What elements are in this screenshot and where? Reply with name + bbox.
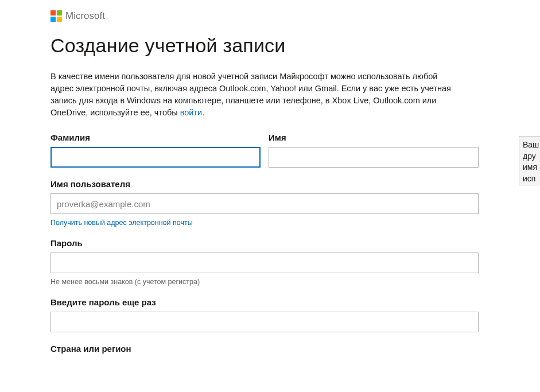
- tooltip-line-1: Ваш: [523, 139, 540, 151]
- confirm-password-group: Введите пароль еще раз: [50, 297, 479, 332]
- microsoft-logo-icon: [50, 10, 62, 22]
- confirm-password-label: Введите пароль еще раз: [50, 297, 479, 307]
- username-label: Имя пользователя: [50, 179, 479, 189]
- page-title: Создание учетной записи: [50, 34, 487, 57]
- intro-paragraph: В качестве имени пользователя для новой …: [50, 71, 452, 119]
- svg-rect-2: [50, 17, 56, 22]
- header: Microsoft: [50, 10, 487, 22]
- password-label: Пароль: [50, 238, 479, 248]
- username-group: Имя пользователя Получить новый адрес эл…: [50, 179, 479, 227]
- country-label: Страна или регион: [50, 344, 479, 354]
- svg-rect-0: [50, 10, 56, 15]
- last-name-input[interactable]: [50, 147, 261, 168]
- first-name-input[interactable]: [269, 147, 479, 168]
- password-hint: Не менее восьми знаков (с учетом регистр…: [50, 278, 479, 286]
- username-input[interactable]: [50, 193, 479, 214]
- tooltip-line-2: дру: [523, 151, 540, 162]
- name-row: Фамилия Имя: [50, 133, 479, 168]
- tooltip-line-4: исп: [523, 173, 540, 185]
- last-name-group: Фамилия: [50, 133, 261, 168]
- country-group: Страна или регион: [50, 344, 479, 358]
- last-name-label: Фамилия: [50, 133, 261, 142]
- first-name-label: Имя: [269, 133, 479, 142]
- password-group: Пароль Не менее восьми знаков (с учетом …: [50, 238, 479, 286]
- first-name-group: Имя: [269, 133, 479, 168]
- confirm-password-input[interactable]: [50, 312, 479, 332]
- brand-name: Microsoft: [65, 10, 105, 22]
- get-new-email-link[interactable]: Получить новый адрес электронной почты: [50, 219, 479, 227]
- svg-rect-3: [57, 17, 62, 22]
- password-input[interactable]: [50, 253, 479, 273]
- intro-text-2: .: [202, 108, 204, 117]
- svg-rect-1: [57, 10, 62, 15]
- signup-page: Microsoft Создание учетной записи В каче…: [0, 0, 487, 358]
- tooltip-line-3: имя: [523, 162, 540, 173]
- intro-text-1: В качестве имени пользователя для новой …: [50, 72, 451, 117]
- tooltip-partial: Ваш дру имя исп: [519, 136, 540, 185]
- sign-in-link[interactable]: войти: [180, 108, 202, 117]
